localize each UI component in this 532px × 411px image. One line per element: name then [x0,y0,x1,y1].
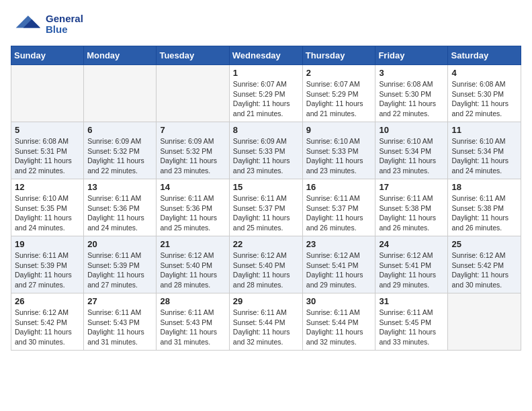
logo-blue: Blue [46,24,83,36]
calendar-day-cell: 8Sunrise: 6:09 AMSunset: 5:33 PMDaylight… [229,122,302,179]
weekday-header-row: SundayMondayTuesdayWednesdayThursdayFrid… [11,46,521,65]
day-info: Sunrise: 6:12 AMSunset: 5:41 PMDaylight:… [306,250,372,290]
sunset-text: Sunset: 5:38 PM [379,204,431,212]
daylight-text: Daylight: 11 hours and 26 minutes. [451,214,508,232]
daylight-text: Daylight: 11 hours and 25 minutes. [160,214,217,232]
calendar-day-cell: 24Sunrise: 6:12 AMSunset: 5:41 PMDayligh… [375,236,448,293]
sunset-text: Sunset: 5:41 PM [379,261,431,269]
day-info: Sunrise: 6:11 AMSunset: 5:36 PMDaylight:… [87,193,152,233]
sunrise-text: Sunrise: 6:11 AM [160,194,214,202]
sunset-text: Sunset: 5:43 PM [160,318,212,326]
sunrise-text: Sunrise: 6:12 AM [160,251,214,259]
daylight-text: Daylight: 11 hours and 23 minutes. [306,156,363,175]
calendar-day-cell: 4Sunrise: 6:08 AMSunset: 5:30 PMDaylight… [448,65,521,122]
calendar-week-row: 1Sunrise: 6:07 AMSunset: 5:29 PMDaylight… [11,65,521,122]
calendar-day-cell: 2Sunrise: 6:07 AMSunset: 5:29 PMDaylight… [302,65,375,122]
daylight-text: Daylight: 11 hours and 29 minutes. [306,271,363,289]
daylight-text: Daylight: 11 hours and 22 minutes. [451,99,508,118]
sunset-text: Sunset: 5:45 PM [379,318,431,326]
sunset-text: Sunset: 5:41 PM [306,261,359,269]
sunset-text: Sunset: 5:38 PM [451,204,504,212]
day-info: Sunrise: 6:07 AMSunset: 5:29 PMDaylight:… [306,79,372,119]
sunrise-text: Sunrise: 6:11 AM [87,308,141,316]
sunset-text: Sunset: 5:32 PM [160,147,212,155]
daylight-text: Daylight: 11 hours and 31 minutes. [160,328,217,346]
logo-icon [11,11,43,38]
day-number: 28 [160,296,225,306]
sunset-text: Sunset: 5:29 PM [233,90,285,98]
calendar-day-cell: 21Sunrise: 6:12 AMSunset: 5:40 PMDayligh… [157,236,229,293]
calendar-day-cell: 11Sunrise: 6:10 AMSunset: 5:34 PMDayligh… [448,122,521,179]
weekday-header-cell: Saturday [448,46,521,65]
day-info: Sunrise: 6:11 AMSunset: 5:39 PMDaylight:… [87,250,152,290]
calendar-day-cell: 15Sunrise: 6:11 AMSunset: 5:37 PMDayligh… [229,179,302,236]
daylight-text: Daylight: 11 hours and 23 minutes. [160,156,217,175]
day-number: 7 [160,125,225,135]
day-info: Sunrise: 6:12 AMSunset: 5:41 PMDaylight:… [379,250,444,290]
calendar-day-cell: 27Sunrise: 6:11 AMSunset: 5:43 PMDayligh… [84,293,157,351]
sunset-text: Sunset: 5:36 PM [87,204,140,212]
sunset-text: Sunset: 5:36 PM [160,204,212,212]
sunrise-text: Sunrise: 6:11 AM [233,194,287,202]
calendar-week-row: 12Sunrise: 6:10 AMSunset: 5:35 PMDayligh… [11,179,521,236]
day-number: 25 [451,239,517,249]
day-info: Sunrise: 6:08 AMSunset: 5:31 PMDaylight:… [15,136,80,176]
day-number: 26 [15,296,80,306]
sunrise-text: Sunrise: 6:07 AM [233,80,287,88]
sunset-text: Sunset: 5:39 PM [87,261,140,269]
calendar-day-cell: 3Sunrise: 6:08 AMSunset: 5:30 PMDaylight… [375,65,448,122]
day-info: Sunrise: 6:11 AMSunset: 5:43 PMDaylight:… [160,308,225,347]
weekday-header-cell: Friday [375,46,448,65]
daylight-text: Daylight: 11 hours and 29 minutes. [379,271,436,289]
calendar-day-cell: 10Sunrise: 6:10 AMSunset: 5:34 PMDayligh… [375,122,448,179]
day-info: Sunrise: 6:11 AMSunset: 5:44 PMDaylight:… [233,308,299,347]
sunrise-text: Sunrise: 6:10 AM [379,137,433,145]
day-info: Sunrise: 6:11 AMSunset: 5:37 PMDaylight:… [233,193,299,233]
daylight-text: Daylight: 11 hours and 26 minutes. [306,214,363,232]
daylight-text: Daylight: 11 hours and 22 minutes. [379,99,436,118]
day-number: 9 [306,125,372,135]
day-info: Sunrise: 6:11 AMSunset: 5:38 PMDaylight:… [451,193,517,233]
day-number: 19 [15,239,80,249]
sunset-text: Sunset: 5:29 PM [306,90,359,98]
day-number: 16 [306,182,372,192]
daylight-text: Daylight: 11 hours and 27 minutes. [87,271,144,289]
calendar-day-cell: 9Sunrise: 6:10 AMSunset: 5:33 PMDaylight… [302,122,375,179]
day-number: 29 [233,296,299,306]
day-info: Sunrise: 6:12 AMSunset: 5:40 PMDaylight:… [160,250,225,290]
calendar-day-cell: 23Sunrise: 6:12 AMSunset: 5:41 PMDayligh… [302,236,375,293]
calendar-day-cell: 7Sunrise: 6:09 AMSunset: 5:32 PMDaylight… [157,122,229,179]
daylight-text: Daylight: 11 hours and 23 minutes. [379,156,436,175]
day-number: 21 [160,239,225,249]
calendar-day-cell: 22Sunrise: 6:12 AMSunset: 5:40 PMDayligh… [229,236,302,293]
calendar-day-cell: 5Sunrise: 6:08 AMSunset: 5:31 PMDaylight… [11,122,84,179]
sunset-text: Sunset: 5:44 PM [233,318,285,326]
weekday-header-cell: Monday [84,46,157,65]
day-info: Sunrise: 6:11 AMSunset: 5:39 PMDaylight:… [15,250,80,290]
calendar-day-cell: 16Sunrise: 6:11 AMSunset: 5:37 PMDayligh… [302,179,375,236]
day-number: 6 [87,125,152,135]
calendar-day-cell: 30Sunrise: 6:11 AMSunset: 5:44 PMDayligh… [302,293,375,351]
sunset-text: Sunset: 5:34 PM [379,147,431,155]
sunrise-text: Sunrise: 6:12 AM [451,251,505,259]
daylight-text: Daylight: 11 hours and 32 minutes. [306,328,363,346]
daylight-text: Daylight: 11 hours and 30 minutes. [15,328,72,346]
logo-general: General [46,13,83,25]
day-info: Sunrise: 6:07 AMSunset: 5:29 PMDaylight:… [233,79,299,119]
day-info: Sunrise: 6:09 AMSunset: 5:32 PMDaylight:… [160,136,225,176]
day-info: Sunrise: 6:12 AMSunset: 5:40 PMDaylight:… [233,250,299,290]
weekday-header-cell: Tuesday [157,46,229,65]
weekday-header-cell: Sunday [11,46,84,65]
sunrise-text: Sunrise: 6:11 AM [233,308,287,316]
day-info: Sunrise: 6:11 AMSunset: 5:43 PMDaylight:… [87,308,152,347]
daylight-text: Daylight: 11 hours and 21 minutes. [306,99,363,118]
sunrise-text: Sunrise: 6:11 AM [87,194,141,202]
calendar-day-cell: 17Sunrise: 6:11 AMSunset: 5:38 PMDayligh… [375,179,448,236]
sunrise-text: Sunrise: 6:12 AM [306,251,360,259]
sunrise-text: Sunrise: 6:11 AM [306,308,360,316]
sunrise-text: Sunrise: 6:11 AM [87,251,141,259]
calendar-day-cell: 13Sunrise: 6:11 AMSunset: 5:36 PMDayligh… [84,179,157,236]
sunrise-text: Sunrise: 6:08 AM [451,80,505,88]
sunrise-text: Sunrise: 6:12 AM [233,251,287,259]
sunrise-text: Sunrise: 6:07 AM [306,80,360,88]
